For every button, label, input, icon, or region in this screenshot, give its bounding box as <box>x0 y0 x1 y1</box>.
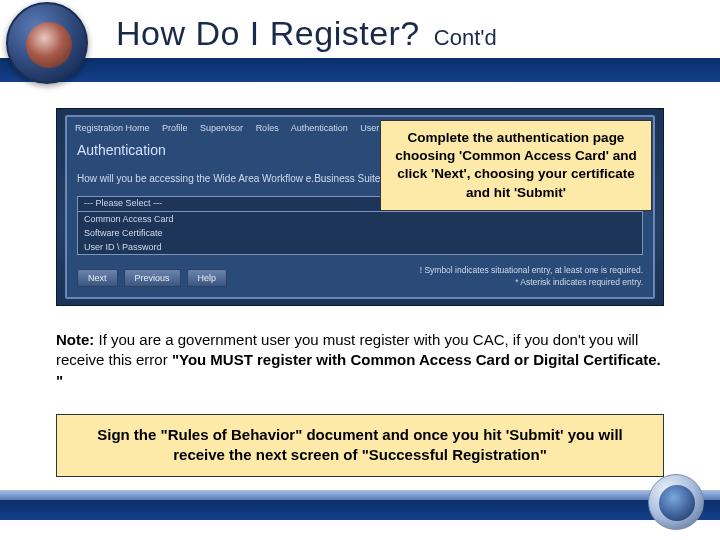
tab-supervisor: Supervisor <box>200 123 243 133</box>
tab-authentication: Authentication <box>291 123 348 133</box>
tab-profile: Profile <box>162 123 188 133</box>
tab-roles: Roles <box>256 123 279 133</box>
slide-title: How Do I Register? <box>116 14 420 53</box>
note-block: Note: If you are a government user you m… <box>56 330 664 391</box>
callout-rules-text: Sign the "Rules of Behavior" document an… <box>97 426 623 463</box>
option-userid-password: User ID \ Password <box>78 240 642 254</box>
dod-seal-icon <box>648 474 704 530</box>
footnote-situational: ! Symbol indicates situational entry, at… <box>420 264 643 277</box>
select-options: Common Access Card Software Certificate … <box>77 212 643 255</box>
tab-registration-home: Registration Home <box>75 123 150 133</box>
help-button: Help <box>187 269 228 287</box>
screenshot-footnotes: ! Symbol indicates situational entry, at… <box>420 264 643 290</box>
header-stripe <box>0 58 720 82</box>
callout-authentication-text: Complete the authentication page choosin… <box>395 130 636 200</box>
agency-seal-icon <box>6 2 88 84</box>
footnote-required: * Asterisk indicates required entry. <box>420 276 643 289</box>
next-button: Next <box>77 269 118 287</box>
callout-rules-of-behavior: Sign the "Rules of Behavior" document an… <box>56 414 664 477</box>
footer-stripe <box>0 500 720 520</box>
callout-authentication: Complete the authentication page choosin… <box>380 120 652 211</box>
option-cac: Common Access Card <box>78 212 642 226</box>
screenshot-heading: Authentication <box>77 142 166 158</box>
previous-button: Previous <box>124 269 181 287</box>
option-software-cert: Software Certificate <box>78 226 642 240</box>
slide-subtitle: Cont'd <box>434 25 497 51</box>
note-label: Note: <box>56 331 94 348</box>
header-area: How Do I Register? Cont'd <box>0 0 720 82</box>
slide-title-row: How Do I Register? Cont'd <box>116 14 497 53</box>
